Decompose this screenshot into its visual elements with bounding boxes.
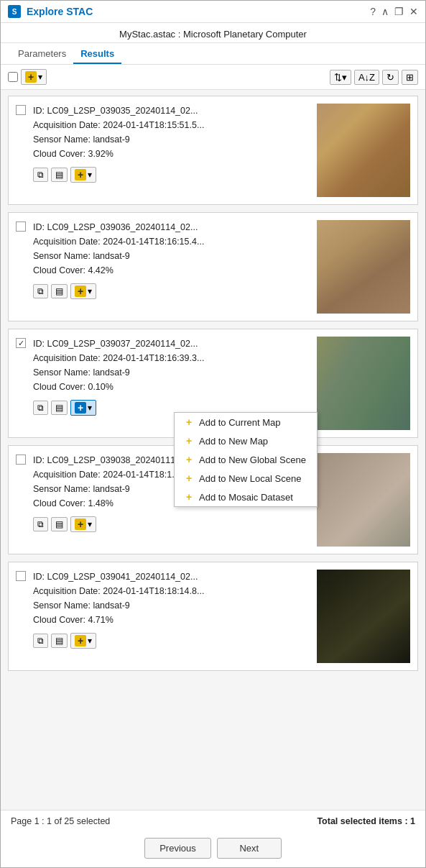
card-info-btn-4[interactable]: ▤ xyxy=(51,517,68,531)
info-icon-5: ▤ xyxy=(55,636,63,646)
card-id-1: ID: LC09_L2SP_039035_20240114_02... xyxy=(33,104,310,118)
card-info-btn-5[interactable]: ▤ xyxy=(51,634,68,648)
layer-icon-1: ⧉ xyxy=(37,170,44,180)
sort-direction-button[interactable]: ⇅ ▾ xyxy=(330,70,351,85)
restore-button[interactable]: ❐ xyxy=(394,6,404,17)
card-plus-icon-4: + xyxy=(75,518,86,530)
card-thumbnail-5 xyxy=(317,570,410,663)
az-icon: A↓Z xyxy=(358,72,375,83)
card-add-arrow-3: ▾ xyxy=(88,403,92,413)
dropdown-add-new-local-scene-icon: + xyxy=(183,472,195,484)
close-button[interactable]: ✕ xyxy=(409,6,418,17)
card-checkbox-wrap-4 xyxy=(16,453,26,465)
previous-button[interactable]: Previous xyxy=(144,838,211,859)
dropdown-item-add-new-map[interactable]: + Add to New Map xyxy=(175,431,317,450)
dropdown-add-mosaic-dataset-icon: + xyxy=(183,491,195,503)
card-add-btn-3[interactable]: + ▾ xyxy=(70,400,96,416)
card-sensor-2: Sensor Name: landsat-9 xyxy=(33,249,310,263)
card-actions-2: ⧉ ▤ + ▾ xyxy=(33,283,310,299)
card-info-1: ID: LC09_L2SP_039035_20240114_02... Acqu… xyxy=(33,104,310,161)
footer: Page 1 : 1 of 25 selected Total selected… xyxy=(1,810,425,832)
card-id-2: ID: LC09_L2SP_039036_20240114_02... xyxy=(33,220,310,234)
card-add-arrow-1: ▾ xyxy=(88,170,92,180)
main-window: S Explore STAC ? ∧ ❐ ✕ MyStac.astac : Mi… xyxy=(0,0,426,868)
card-info-3: ID: LC09_L2SP_039037_20240114_02... Acqu… xyxy=(33,337,310,394)
card-info-btn-3[interactable]: ▤ xyxy=(51,401,68,415)
card-info-btn-2[interactable]: ▤ xyxy=(51,284,68,298)
collapse-button[interactable]: ∧ xyxy=(381,6,389,17)
layer-icon-3: ⧉ xyxy=(37,403,44,413)
dropdown-add-new-map-icon: + xyxy=(183,435,195,447)
add-icon: + xyxy=(25,71,37,83)
card-body-5: ID: LC09_L2SP_039041_20240114_02... Acqu… xyxy=(33,570,310,649)
card-add-btn-5[interactable]: + ▾ xyxy=(70,633,96,649)
card-add-arrow-5: ▾ xyxy=(88,636,92,646)
dropdown-item-add-mosaic-dataset[interactable]: + Add to Mosaic Dataset xyxy=(175,488,317,506)
dropdown-item-add-new-local-scene[interactable]: + Add to New Local Scene xyxy=(175,469,317,488)
dropdown-add-current-map-icon: + xyxy=(183,416,195,428)
card-add-btn-2[interactable]: + ▾ xyxy=(70,283,96,299)
card-acqdate-2: Acquisition Date: 2024-01-14T18:16:15.4.… xyxy=(33,234,310,249)
card-layer-btn-4[interactable]: ⧉ xyxy=(33,517,48,531)
card-add-arrow-2: ▾ xyxy=(88,286,92,296)
card-checkbox-5[interactable] xyxy=(16,571,26,581)
card-checkbox-4[interactable] xyxy=(16,454,26,465)
next-button[interactable]: Next xyxy=(217,838,282,859)
card-thumbnail-1 xyxy=(317,104,410,197)
add-button[interactable]: + ▾ xyxy=(21,69,47,85)
select-all-checkbox[interactable] xyxy=(8,72,18,82)
card-add-btn-1[interactable]: + ▾ xyxy=(70,167,96,183)
tab-parameters[interactable]: Parameters xyxy=(11,43,73,64)
card-checkbox-wrap-3 xyxy=(16,337,26,348)
pagination: Previous Next xyxy=(1,832,425,867)
card-cloud-2: Cloud Cover: 4.42% xyxy=(33,263,310,278)
card-plus-icon-2: + xyxy=(75,285,86,297)
tab-results[interactable]: Results xyxy=(73,43,121,64)
card-actions-5: ⧉ ▤ + ▾ xyxy=(33,633,310,649)
card-body-2: ID: LC09_L2SP_039036_20240114_02... Acqu… xyxy=(33,220,310,299)
card-acqdate-5: Acquisition Date: 2024-01-14T18:18:14.8.… xyxy=(33,584,310,598)
card-thumbnail-4 xyxy=(317,453,410,547)
dropdown-add-new-global-scene-icon: + xyxy=(183,454,195,465)
card-info-btn-1[interactable]: ▤ xyxy=(51,168,68,182)
export-button[interactable]: ⊞ xyxy=(402,70,418,85)
dropdown-item-add-new-global-scene[interactable]: + Add to New Global Scene xyxy=(175,450,317,469)
card-checkbox-3[interactable] xyxy=(16,338,26,348)
card-plus-icon-5: + xyxy=(75,635,86,647)
info-icon-4: ▤ xyxy=(55,519,63,529)
card-actions-4: ⧉ ▤ + ▾ xyxy=(33,516,310,532)
result-card-3: ID: LC09_L2SP_039037_20240114_02... Acqu… xyxy=(8,329,418,438)
card-thumbnail-3 xyxy=(317,337,410,430)
card-plus-icon-3: + xyxy=(75,402,86,414)
az-sort-button[interactable]: A↓Z xyxy=(354,70,379,85)
result-card-5: ID: LC09_L2SP_039041_20240114_02... Acqu… xyxy=(8,562,418,671)
card-layer-btn-5[interactable]: ⧉ xyxy=(33,634,48,648)
card-checkbox-1[interactable] xyxy=(16,105,26,115)
selected-info: Total selected items : 1 xyxy=(317,816,415,826)
card-cloud-1: Cloud Cover: 3.92% xyxy=(33,147,310,161)
card-layer-btn-1[interactable]: ⧉ xyxy=(33,168,48,182)
card-id-3: ID: LC09_L2SP_039037_20240114_02... xyxy=(33,337,310,351)
card-sensor-3: Sensor Name: landsat-9 xyxy=(33,365,310,380)
info-icon-2: ▤ xyxy=(55,286,63,296)
add-dropdown-menu: + Add to Current Map + Add to New Map + … xyxy=(174,412,318,507)
card-acqdate-1: Acquisition Date: 2024-01-14T18:15:51.5.… xyxy=(33,118,310,132)
card-layer-btn-3[interactable]: ⧉ xyxy=(33,401,48,415)
card-actions-1: ⧉ ▤ + ▾ xyxy=(33,167,310,183)
card-checkbox-wrap-2 xyxy=(16,220,26,232)
layer-icon-2: ⧉ xyxy=(37,286,44,296)
sort-arrows-icon: ⇅ xyxy=(334,72,342,83)
tabs-bar: Parameters Results xyxy=(1,43,425,65)
refresh-button[interactable]: ↻ xyxy=(382,70,399,85)
result-card-1: ID: LC09_L2SP_039035_20240114_02... Acqu… xyxy=(8,96,418,205)
window-title: Explore STAC xyxy=(27,6,93,17)
card-add-btn-4[interactable]: + ▾ xyxy=(70,516,96,532)
page-info: Page 1 : 1 of 25 selected xyxy=(11,816,110,826)
help-button[interactable]: ? xyxy=(370,6,376,17)
dropdown-item-add-current-map[interactable]: + Add to Current Map xyxy=(175,413,317,431)
card-checkbox-2[interactable] xyxy=(16,221,26,232)
subtitle: MyStac.astac : Microsoft Planetary Compu… xyxy=(1,23,425,43)
card-plus-icon-1: + xyxy=(75,169,86,181)
card-layer-btn-2[interactable]: ⧉ xyxy=(33,284,48,298)
card-cloud-3: Cloud Cover: 0.10% xyxy=(33,380,310,394)
